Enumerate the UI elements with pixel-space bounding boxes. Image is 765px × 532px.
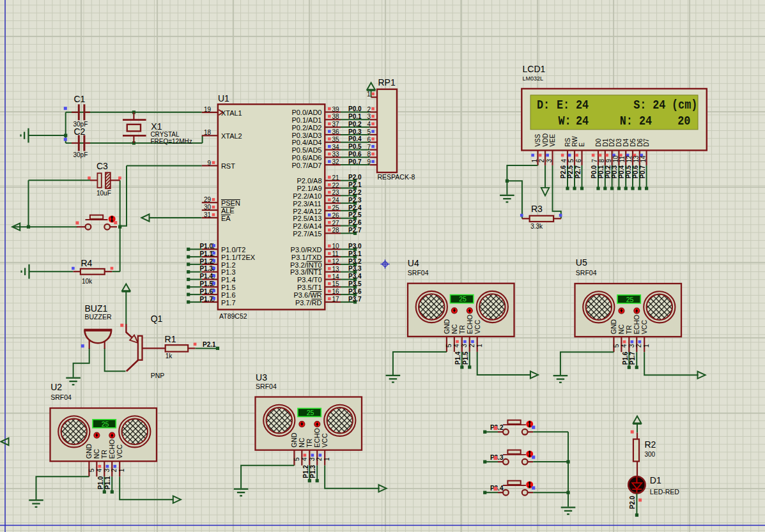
- svg-text:12: 12: [332, 258, 340, 265]
- svg-text:NC: NC: [451, 324, 458, 334]
- svg-text:PSEN: PSEN: [221, 199, 240, 207]
- svg-text:1: 1: [531, 159, 538, 163]
- svg-text:2: 2: [111, 468, 118, 472]
- svg-text:W:: W:: [559, 113, 571, 128]
- svg-text:4: 4: [560, 159, 568, 163]
- svg-text:RESPACK-8: RESPACK-8: [378, 173, 415, 181]
- svg-text:30: 30: [204, 204, 212, 211]
- svg-text:P1.7: P1.7: [629, 351, 636, 365]
- svg-text:P0.2: P0.2: [348, 121, 362, 128]
- svg-text:ECHO: ECHO: [466, 315, 474, 334]
- svg-text:24: 24: [576, 113, 589, 128]
- svg-text:5: 5: [613, 344, 620, 347]
- svg-text:(cm): (cm): [672, 97, 697, 112]
- svg-text:D:: D:: [537, 97, 550, 112]
- svg-text:P0.1: P0.1: [348, 113, 362, 120]
- svg-text:P3.7/RD: P3.7/RD: [295, 299, 322, 307]
- svg-text:P0.7/AD7: P0.7/AD7: [291, 162, 321, 169]
- svg-text:1: 1: [118, 468, 125, 472]
- svg-text:10uF: 10uF: [97, 190, 111, 197]
- svg-text:NC: NC: [617, 324, 625, 335]
- svg-text:P2.0/A8: P2.0/A8: [297, 177, 321, 185]
- svg-text:VCC: VCC: [474, 319, 481, 334]
- svg-text:10: 10: [332, 243, 340, 250]
- svg-text:P2.5: P2.5: [567, 165, 574, 178]
- svg-text:P1.7: P1.7: [221, 299, 236, 307]
- svg-text:N:: N:: [620, 113, 633, 128]
- svg-text:7: 7: [591, 159, 598, 163]
- svg-text:1: 1: [323, 457, 330, 461]
- svg-text:5: 5: [568, 159, 575, 163]
- svg-text:P2.2: P2.2: [348, 189, 362, 196]
- svg-text:TR: TR: [625, 325, 633, 334]
- svg-text:XTAL2: XTAL2: [221, 132, 242, 140]
- svg-text:6: 6: [367, 136, 371, 143]
- svg-text:P1.4: P1.4: [454, 351, 461, 365]
- svg-text:P3.5/T1: P3.5/T1: [297, 284, 322, 291]
- svg-text:P1.2: P1.2: [221, 261, 236, 269]
- svg-text:P0.2/AD2: P0.2/AD2: [291, 124, 321, 132]
- svg-text:38: 38: [332, 113, 340, 120]
- svg-text:LED-RED: LED-RED: [650, 488, 680, 496]
- svg-text:P3.6: P3.6: [348, 288, 362, 295]
- svg-text:P2.7: P2.7: [348, 227, 362, 234]
- svg-text:FREQ=12MHz: FREQ=12MHz: [150, 138, 192, 145]
- svg-text:P0.1/AD1: P0.1/AD1: [291, 116, 321, 124]
- svg-text:TR: TR: [458, 324, 466, 333]
- svg-text:P3.5: P3.5: [348, 280, 362, 287]
- svg-text:13: 13: [332, 266, 340, 273]
- svg-text:P1.6: P1.6: [221, 291, 236, 299]
- svg-text:P1.6: P1.6: [622, 351, 629, 365]
- svg-text:LM032L: LM032L: [523, 75, 544, 82]
- svg-text:13: 13: [633, 155, 640, 163]
- svg-text:24: 24: [332, 197, 340, 204]
- svg-text:P3.3: P3.3: [348, 265, 362, 272]
- svg-text:P0.4: P0.4: [618, 165, 625, 178]
- svg-text:D6: D6: [637, 139, 644, 147]
- svg-text:SRF04: SRF04: [50, 393, 72, 401]
- svg-text:LCD1: LCD1: [523, 64, 546, 74]
- svg-text:25: 25: [626, 296, 634, 303]
- svg-text:XTAL1: XTAL1: [221, 109, 242, 117]
- svg-text:P0.6: P0.6: [632, 165, 639, 178]
- svg-text:25: 25: [459, 295, 467, 303]
- svg-text:24: 24: [653, 97, 665, 112]
- svg-text:27: 27: [332, 220, 340, 227]
- svg-text:4: 4: [367, 121, 371, 128]
- svg-text:U1: U1: [218, 93, 229, 103]
- svg-text:3: 3: [628, 344, 635, 347]
- svg-text:P3.7: P3.7: [348, 296, 362, 303]
- svg-text:3.3k: 3.3k: [530, 223, 543, 230]
- svg-text:RS: RS: [564, 138, 571, 147]
- svg-text:E: E: [578, 142, 585, 147]
- svg-text:2: 2: [635, 344, 642, 347]
- svg-text:D5: D5: [630, 139, 637, 147]
- svg-text:E:: E:: [557, 97, 569, 112]
- svg-text:37: 37: [332, 121, 340, 128]
- svg-text:25: 25: [307, 409, 314, 416]
- svg-text:24: 24: [639, 113, 652, 128]
- svg-text:RST: RST: [221, 162, 235, 170]
- svg-text:R3: R3: [531, 204, 543, 214]
- svg-text:P2.3/A11: P2.3/A11: [293, 200, 321, 208]
- svg-text:34: 34: [332, 144, 340, 151]
- svg-text:P1.4: P1.4: [221, 276, 236, 284]
- svg-text:P2.7/A15: P2.7/A15: [293, 230, 321, 238]
- svg-text:D1: D1: [650, 475, 661, 485]
- svg-text:8: 8: [367, 151, 371, 158]
- svg-text:12: 12: [626, 155, 633, 163]
- svg-text:P3.4: P3.4: [348, 273, 362, 280]
- svg-text:P1.0: P1.0: [97, 476, 104, 489]
- svg-text:P0.3: P0.3: [611, 165, 618, 178]
- svg-text:P2.4/A12: P2.4/A12: [293, 208, 321, 215]
- svg-text:17: 17: [332, 296, 340, 303]
- svg-text:R1: R1: [165, 334, 176, 344]
- svg-text:9: 9: [207, 160, 211, 167]
- svg-text:3: 3: [461, 344, 468, 347]
- svg-text:SRF04: SRF04: [576, 269, 597, 277]
- svg-text:23: 23: [332, 189, 340, 196]
- svg-text:CRYSTAL: CRYSTAL: [150, 131, 180, 138]
- svg-text:18: 18: [204, 129, 212, 136]
- svg-text:10k: 10k: [82, 278, 93, 285]
- svg-text:TR: TR: [305, 438, 313, 447]
